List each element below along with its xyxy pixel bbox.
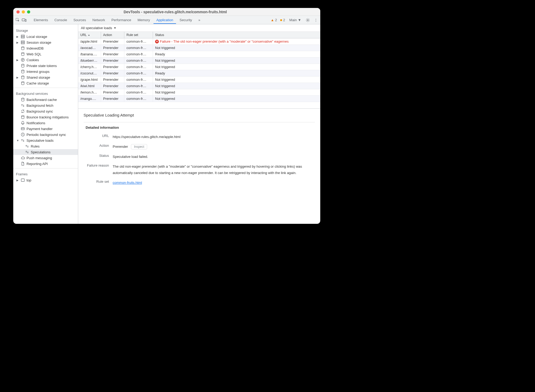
section-storage: Storage (13, 26, 78, 34)
settings-gear-icon[interactable] (305, 18, 310, 23)
svg-point-3 (307, 19, 308, 20)
sidebar-item-label: IndexedDB (27, 46, 43, 50)
table-row[interactable]: /grape.htmlPrerendercommon-fr…Not trigge… (78, 77, 320, 83)
inspect-element-icon[interactable] (15, 18, 20, 23)
svg-point-13 (22, 59, 23, 60)
table-row[interactable]: /cherry.h…Prerendercommon-fr…Not trigger… (78, 64, 320, 70)
cyl-icon (21, 81, 25, 85)
col-ruleset[interactable]: Rule set (124, 32, 153, 38)
sidebar-item-cache-storage[interactable]: Cache storage (13, 80, 78, 86)
svg-rect-9 (21, 43, 24, 44)
cell-ruleset: common-fr… (124, 96, 153, 102)
table-row[interactable]: /lemon.h…Prerendercommon-fr…Not triggere… (78, 89, 320, 96)
cyl-icon (21, 46, 25, 50)
zoom-icon[interactable] (27, 10, 30, 14)
table-row[interactable]: /kiwi.htmlPrerendercommon-fr…Not trigger… (78, 83, 320, 89)
sidebar-item-rules[interactable]: Rules (13, 143, 78, 149)
error-icon: ✕ (155, 40, 159, 43)
issues-badge[interactable]: ■ 2 (280, 18, 285, 22)
sidebar-item-notifications[interactable]: Notifications (13, 120, 78, 126)
cell-ruleset: common-fr… (124, 64, 153, 70)
cell-action: Prerender (101, 64, 124, 70)
device-toggle-icon[interactable] (22, 18, 27, 23)
sidebar-item-label: Payment handler (27, 127, 52, 131)
cloud-icon (21, 156, 25, 160)
detail-ruleset-link[interactable]: common-fruits.html (113, 181, 142, 185)
sidebar-item-label: Local storage (27, 35, 47, 39)
tab-sources[interactable]: Sources (71, 16, 89, 24)
warnings-badge[interactable]: ▲ 2 (271, 18, 277, 22)
bell-icon (21, 121, 25, 125)
details-heading: Speculative Loading Attempt (84, 113, 315, 117)
sort-asc-icon: ▲ (88, 34, 90, 36)
cyl-icon (21, 75, 25, 79)
detail-url-value: https://speculative-rules.glitch.me/appl… (113, 134, 315, 140)
table-row[interactable]: /avocad…Prerendercommon-fr…Not triggered (78, 45, 320, 51)
sidebar-item-top[interactable]: ▶top (13, 177, 78, 183)
tab-elements[interactable]: Elements (31, 16, 51, 24)
sidebar-item-label: Web SQL (27, 52, 41, 56)
tab-memory[interactable]: Memory (135, 16, 153, 24)
tab-console[interactable]: Console (51, 16, 70, 24)
sidebar-item-push-messaging[interactable]: Push messaging (13, 155, 78, 161)
db-icon (21, 34, 25, 39)
svg-rect-25 (21, 179, 24, 181)
sidebar-item-interest-groups[interactable]: Interest groups (13, 69, 78, 74)
cell-action: Prerender (101, 70, 124, 76)
sidebar-item-periodic-background-sync[interactable]: Periodic background sync (13, 132, 78, 137)
table-row[interactable]: /coconut…Prerendercommon-fr…Ready (78, 70, 320, 77)
cell-status: Not triggered (153, 64, 320, 70)
details-subheading: Detailed information (86, 126, 315, 130)
sidebar-item-label: Shared storage (27, 75, 50, 79)
detail-ruleset-label: Rule set (84, 180, 113, 186)
sidebar-item-label: Speculations (31, 150, 50, 154)
close-icon[interactable] (16, 10, 20, 14)
table-row[interactable]: /banana.…Prerendercommon-fr…Ready (78, 51, 320, 57)
sidebar-item-session-storage[interactable]: ▶Session storage (13, 39, 78, 45)
sidebar-item-web-sql[interactable]: Web SQL (13, 51, 78, 57)
sidebar-item-reporting-api[interactable]: Reporting API (13, 161, 78, 167)
target-selector[interactable]: Main ▼ (288, 18, 302, 22)
sidebar-item-back-forward-cache[interactable]: Back/forward cache (13, 97, 78, 103)
sidebar-item-label: top (27, 178, 31, 182)
sidebar-item-background-sync[interactable]: Background sync (13, 108, 78, 114)
sidebar-item-cookies[interactable]: ▶Cookies (13, 57, 78, 63)
cell-ruleset: common-fr… (124, 57, 153, 64)
tab-network[interactable]: Network (90, 16, 108, 24)
tab-performance[interactable]: Performance (108, 16, 134, 24)
sidebar-item-background-fetch[interactable]: Background fetch (13, 103, 78, 108)
tab-overflow[interactable]: » (195, 16, 203, 24)
filter-dropdown[interactable]: All speculative loads ▼ (78, 24, 320, 32)
cell-status: Not triggered (153, 45, 320, 51)
sidebar-item-payment-handler[interactable]: Payment handler (13, 126, 78, 132)
cookie-icon (21, 58, 25, 62)
tab-security[interactable]: Security (177, 16, 195, 24)
sidebar-item-shared-storage[interactable]: ▶Shared storage (13, 74, 78, 80)
chevron-right-icon: ▶ (16, 41, 19, 44)
cell-status: Ready (153, 51, 320, 57)
table-row[interactable]: /blueberr…Prerendercommon-fr…Not trigger… (78, 57, 320, 64)
sidebar-item-private-state-tokens[interactable]: Private state tokens (13, 63, 78, 69)
table-row[interactable]: /mango.…Prerendercommon-fr…Not triggered (78, 96, 320, 102)
chevron-down-icon: ▼ (114, 26, 116, 29)
table-row[interactable]: /apple.htmlPrerendercommon-fr…✕Failure -… (78, 38, 320, 45)
svg-rect-6 (21, 37, 24, 38)
updown-icon (21, 138, 25, 142)
more-menu-icon[interactable]: ⋮ (313, 18, 318, 23)
minimize-icon[interactable] (22, 10, 25, 14)
inspect-button[interactable]: Inspect (131, 144, 147, 149)
sidebar-item-speculative-loads[interactable]: ▼Speculative loads (13, 137, 78, 143)
svg-rect-2 (25, 19, 26, 21)
cell-url: /lemon.h… (78, 89, 101, 95)
updown-icon (21, 103, 25, 108)
col-url[interactable]: URL▲ (78, 32, 101, 38)
sidebar-item-local-storage[interactable]: ▶Local storage (13, 34, 78, 39)
col-action[interactable]: Action (101, 32, 124, 38)
updown-icon (25, 144, 29, 148)
col-status[interactable]: Status (153, 32, 320, 38)
chevron-right-icon: ▶ (16, 35, 19, 38)
sidebar-item-indexeddb[interactable]: IndexedDB (13, 45, 78, 51)
tab-application[interactable]: Application (154, 16, 176, 24)
sidebar-item-bounce-tracking-mitigations[interactable]: Bounce tracking mitigations (13, 114, 78, 120)
sidebar-item-speculations[interactable]: Speculations (13, 149, 78, 155)
